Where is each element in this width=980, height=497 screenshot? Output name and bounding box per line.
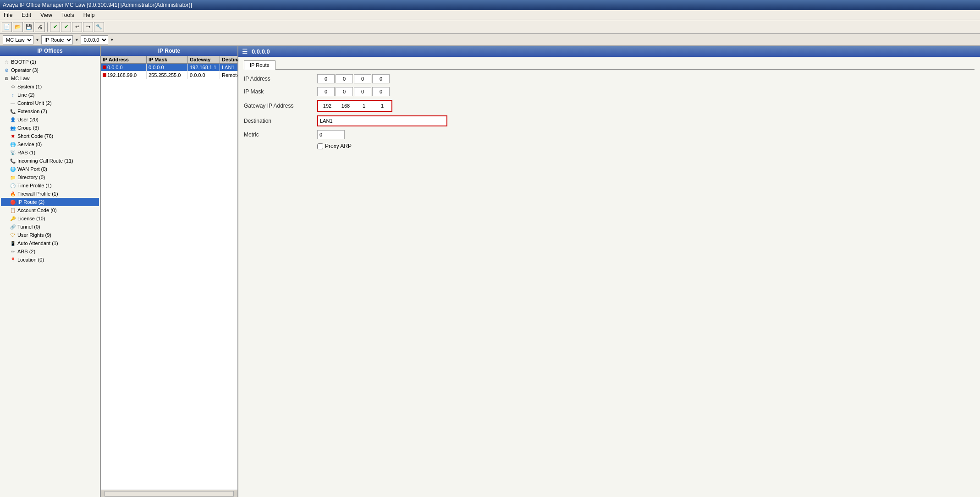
- metric-input[interactable]: [317, 130, 345, 139]
- tree-item-operator[interactable]: ⚙Operator (3): [1, 66, 99, 74]
- tree-item-group[interactable]: 👥Group (3): [1, 124, 99, 132]
- tab-iproute[interactable]: IP Route: [244, 60, 275, 70]
- col-ip-address: IP Address: [101, 56, 147, 63]
- bottom-scrollbar[interactable]: [101, 490, 237, 497]
- metric-label: Metric: [244, 131, 317, 138]
- scroll-track[interactable]: [105, 491, 234, 497]
- toolbar-validate[interactable]: ✔: [50, 22, 60, 32]
- tree-item-tunnel[interactable]: 🔗Tunnel (0): [1, 223, 99, 231]
- tree-item-line[interactable]: ↕Line (2): [1, 91, 99, 99]
- toolbar: 📄 📂 💾 🖨 ✔ ✔ ↩ ↪ 🔧: [0, 20, 980, 34]
- tree-item-directory[interactable]: 📁Directory (0): [1, 173, 99, 181]
- gateway-row: Gateway IP Address: [244, 100, 974, 112]
- destination-container: [317, 115, 447, 126]
- tree-label-mclaw: MC Law: [11, 76, 29, 81]
- row-1-ip-mask: 0.0.0.0: [147, 64, 188, 71]
- tree-item-userrights[interactable]: 🛡User Rights (9): [1, 231, 99, 239]
- ip-address-oct3[interactable]: [354, 74, 371, 83]
- ip-mask-oct3[interactable]: [354, 87, 371, 96]
- tree-label-location: Location (0): [17, 257, 44, 262]
- proxy-arp-checkbox[interactable]: [317, 143, 323, 149]
- tree-item-autoattendant[interactable]: 📱Auto Attendant (1): [1, 239, 99, 247]
- menu-view[interactable]: View: [39, 11, 54, 19]
- tree-label-timeprofile: Time Profile (1): [17, 183, 52, 188]
- ip-address-oct1[interactable]: [317, 74, 335, 83]
- menu-help[interactable]: Help: [82, 11, 97, 19]
- tree-item-license[interactable]: 🔑License (10): [1, 214, 99, 223]
- ip-address-oct2[interactable]: [336, 74, 353, 83]
- ip-mask-row: IP Mask: [244, 87, 974, 96]
- tree-item-firewall[interactable]: 🔥Firewall Profile (1): [1, 190, 99, 198]
- tree-icon-iproute: 🔴: [9, 198, 17, 206]
- tab-bar: IP Route: [244, 60, 974, 70]
- gateway-label: Gateway IP Address: [244, 103, 317, 109]
- route-row-2[interactable]: 192.168.99.0255.255.255.00.0.0.0RemoteMa…: [101, 71, 237, 79]
- tree-item-service[interactable]: 🌐Service (0): [1, 140, 99, 148]
- ip-mask-oct4[interactable]: [372, 87, 390, 96]
- toolbar-settings[interactable]: 🔧: [94, 22, 104, 32]
- toolbar-new[interactable]: 📄: [2, 22, 12, 32]
- row-2-ip-address: 192.168.99.0: [101, 71, 147, 79]
- tree-item-location[interactable]: 📍Location (0): [1, 256, 99, 264]
- tree-item-wan[interactable]: 🌐WAN Port (0): [1, 165, 99, 173]
- tree-item-ars[interactable]: ✏ARS (2): [1, 247, 99, 256]
- tree-label-group: Group (3): [17, 125, 39, 131]
- row-2-destination: RemoteManage: [220, 71, 237, 79]
- route-dropdown[interactable]: IP Route: [41, 35, 73, 44]
- tree-label-system: System (1): [17, 84, 42, 89]
- tree-label-user: User (20): [17, 117, 39, 122]
- route-row-1[interactable]: 0.0.0.00.0.0.0192.168.1.1LAN1: [101, 64, 237, 71]
- tree-item-timeprofile[interactable]: 🕐Time Profile (1): [1, 181, 99, 190]
- tree-item-iproute[interactable]: 🔴IP Route (2): [1, 198, 99, 206]
- tree-icon-line: ↕: [9, 91, 17, 98]
- tree-item-user[interactable]: 👤User (20): [1, 115, 99, 124]
- tree-icon-timeprofile: 🕐: [9, 182, 17, 189]
- dropdown-arrow-1: ▼: [35, 38, 39, 42]
- ip-address-fields: [317, 74, 390, 83]
- tree-item-ras[interactable]: 📡RAS (1): [1, 148, 99, 157]
- gateway-oct4[interactable]: [374, 101, 391, 110]
- ip-mask-oct2[interactable]: [336, 87, 353, 96]
- tree-item-bootp[interactable]: ☆BOOTP (1): [1, 58, 99, 66]
- gateway-oct3[interactable]: [355, 101, 373, 110]
- toolbar-print[interactable]: 🖨: [35, 22, 45, 32]
- detail-header-title: 0.0.0.0: [252, 48, 270, 55]
- tree-label-extension: Extension (7): [17, 109, 47, 114]
- tree-icon-service: 🌐: [9, 141, 17, 148]
- tree-item-extension[interactable]: 📞Extension (7): [1, 107, 99, 115]
- tree-icon-extension: 📞: [9, 108, 17, 115]
- tree-label-shortcode: Short Code (76): [17, 133, 53, 139]
- tree-label-userrights: User Rights (9): [17, 232, 51, 238]
- toolbar-upload[interactable]: ✔: [61, 22, 71, 32]
- tree-item-controlunit[interactable]: —Control Unit (2): [1, 99, 99, 107]
- destination-input[interactable]: [318, 116, 446, 126]
- tree-item-system[interactable]: ⚙System (1): [1, 82, 99, 91]
- menu-file[interactable]: File: [2, 11, 14, 19]
- ip-mask-oct1[interactable]: [317, 87, 335, 96]
- detail-body: IP Route IP Address IP Mask: [238, 57, 980, 497]
- tree-item-mclaw[interactable]: 🖥MC Law: [1, 74, 99, 82]
- ip-address-oct4[interactable]: [372, 74, 390, 83]
- tree-icon-location: 📍: [9, 256, 17, 263]
- office-dropdown[interactable]: MC Law: [3, 35, 33, 44]
- tree-item-incoming[interactable]: 📞Incoming Call Route (11): [1, 157, 99, 165]
- main-layout: IP Offices ☆BOOTP (1)⚙Operator (3)🖥MC La…: [0, 46, 980, 497]
- dropdown-arrow-3: ▼: [110, 38, 114, 42]
- title-text: Avaya IP Office Manager MC Law [9.0.300.…: [3, 2, 192, 8]
- tree-item-shortcode[interactable]: ✖Short Code (76): [1, 132, 99, 140]
- toolbar-save[interactable]: 💾: [24, 22, 34, 32]
- tree-label-license: License (10): [17, 216, 45, 221]
- menu-tools[interactable]: Tools: [60, 11, 76, 19]
- gateway-oct1[interactable]: [319, 101, 336, 110]
- filter-bar: MC Law ▼ IP Route ▼ 0.0.0.0 ▼: [0, 34, 980, 46]
- toolbar-redo[interactable]: ↪: [83, 22, 93, 32]
- toolbar-undo[interactable]: ↩: [72, 22, 82, 32]
- tree-icon-firewall: 🔥: [9, 190, 17, 197]
- tree-item-accountcode[interactable]: 📋Account Code (0): [1, 206, 99, 214]
- gateway-oct2[interactable]: [337, 101, 354, 110]
- tree-label-iproute: IP Route (2): [17, 199, 44, 205]
- tree-label-autoattendant: Auto Attendant (1): [17, 240, 58, 246]
- address-dropdown[interactable]: 0.0.0.0: [81, 35, 108, 44]
- menu-edit[interactable]: Edit: [20, 11, 33, 19]
- toolbar-open[interactable]: 📂: [13, 22, 23, 32]
